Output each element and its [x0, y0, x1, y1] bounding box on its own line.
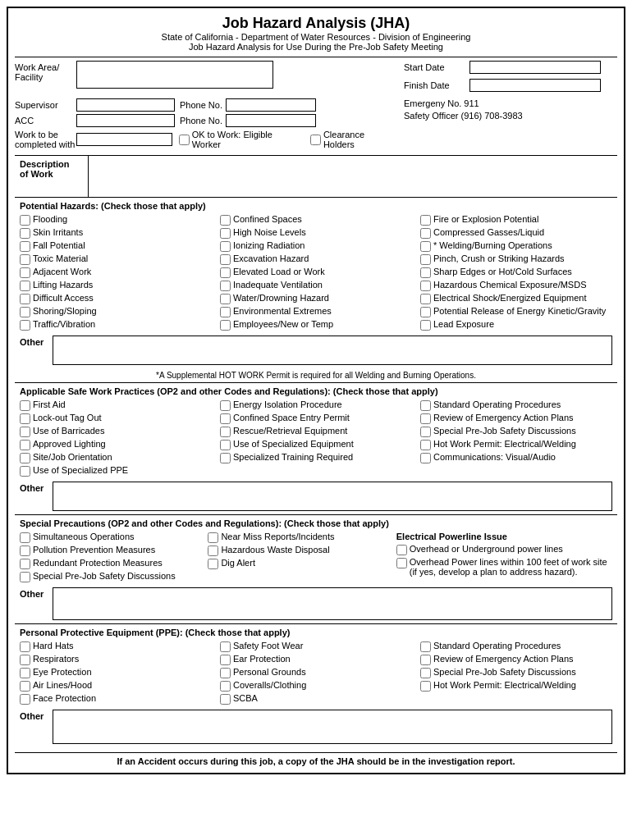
checkbox-pinch,-crush-or-stri[interactable] — [420, 254, 431, 265]
checkbox-skin-irritants[interactable] — [20, 228, 30, 239]
checkbox-standard-operating-p[interactable] — [420, 400, 431, 411]
checkbox-rescue/retrieval-equ[interactable] — [220, 427, 231, 437]
checkbox-inadequate-ventilati[interactable] — [220, 281, 231, 291]
checkbox-ear-protection[interactable] — [220, 655, 231, 665]
check-item: Electrical Shock/Energized Equipment — [420, 293, 612, 304]
checkbox-toxic-material[interactable] — [20, 254, 30, 265]
checkbox-confined-spaces[interactable] — [220, 215, 231, 226]
checkbox-lead-exposure[interactable] — [420, 320, 431, 331]
checkbox-redundant-protection[interactable] — [20, 559, 30, 569]
check-item: Employees/New or Temp — [220, 319, 412, 331]
checkbox-flooding[interactable] — [20, 215, 30, 226]
check-item: Sharp Edges or Hot/Cold Surfaces — [420, 267, 612, 278]
checkbox-difficult-access[interactable] — [20, 294, 30, 304]
checkbox-hard-hats[interactable] — [20, 641, 30, 652]
checkbox-*-welding/burning-op[interactable] — [420, 241, 431, 252]
main-title: Job Hazard Analysis (JHA) — [15, 15, 617, 32]
start-date-input[interactable] — [469, 61, 601, 74]
checkbox-energy-isolation-pro[interactable] — [220, 400, 231, 411]
checkbox-traffic/vibration[interactable] — [20, 320, 30, 331]
checkbox-eye-protection[interactable] — [20, 668, 30, 678]
check-item: Respirators — [20, 654, 212, 665]
checkbox-pollution-prevention[interactable] — [20, 546, 30, 556]
checkbox-special-pre-job-safe[interactable] — [420, 668, 431, 678]
work-area-input[interactable] — [76, 61, 273, 89]
checkbox-scba[interactable] — [220, 694, 231, 705]
checkbox-excavation-hazard[interactable] — [220, 254, 231, 265]
check-item-label: Hazardous Waste Disposal — [221, 545, 329, 555]
checkbox-hot-work-permit:-ele[interactable] — [420, 681, 431, 692]
checkbox-elevated-load-or-wor[interactable] — [220, 267, 231, 278]
checkbox-lifting-hazards[interactable] — [20, 281, 30, 291]
check-item: Specialized Training Required — [220, 452, 412, 463]
ok-to-work-checkbox[interactable] — [179, 135, 190, 145]
hazards-other-label: Other — [20, 336, 53, 347]
checkbox-use-of-specialized-p[interactable] — [20, 466, 30, 477]
special-precautions-other-input[interactable] — [53, 587, 612, 620]
checkbox-sharp-edges-or-hot/c[interactable] — [420, 267, 431, 278]
check-item-label: Communications: Visual/Audio — [433, 452, 556, 462]
checkbox-special-pre-job-safe[interactable] — [420, 427, 431, 437]
phone-input1[interactable] — [226, 98, 316, 112]
checkbox-special-pre-job-safe[interactable] — [20, 572, 30, 582]
description-input[interactable] — [89, 156, 617, 197]
checkbox-confined-space-entry[interactable] — [220, 413, 231, 424]
checkbox-use-of-barricades[interactable] — [20, 427, 30, 437]
checkbox-standard-operating-p[interactable] — [420, 641, 431, 652]
check-item: Overhead Power lines within 100 feet of … — [396, 557, 612, 577]
work-completed-input[interactable] — [76, 133, 172, 146]
check-item: Inadequate Ventilation — [220, 280, 412, 291]
checkbox-hazardous-waste-disp[interactable] — [208, 546, 218, 556]
checkbox-review-of-emergency-[interactable] — [420, 655, 431, 665]
ppe-other-input[interactable] — [53, 710, 612, 744]
checkbox-overhead-or-undergro[interactable] — [396, 545, 407, 555]
checkbox-personal-grounds[interactable] — [220, 668, 231, 678]
checkbox-lock-out-tag-out[interactable] — [20, 413, 30, 424]
checkbox-respirators[interactable] — [20, 655, 30, 665]
checkbox-near-miss-reports/in[interactable] — [208, 532, 218, 543]
checkbox-high-noise-levels[interactable] — [220, 228, 231, 239]
checkbox-site/job-orientation[interactable] — [20, 453, 30, 463]
checkbox-employees/new-or-tem[interactable] — [220, 320, 231, 331]
finish-date-input[interactable] — [469, 79, 601, 92]
checkbox-face-protection[interactable] — [20, 694, 30, 705]
checkbox-adjacent-work[interactable] — [20, 267, 30, 278]
checkbox-water/drowning-hazar[interactable] — [220, 294, 231, 304]
checkbox-ionizing-radiation[interactable] — [220, 241, 231, 252]
checkbox-compressed-gasses/li[interactable] — [420, 228, 431, 239]
checkbox-review-of-emergency-[interactable] — [420, 413, 431, 424]
check-item-label: Environmental Extremes — [233, 306, 332, 316]
checkbox-simultaneous-operati[interactable] — [20, 532, 30, 543]
check-item: Hot Work Permit: Electrical/Welding — [420, 680, 612, 692]
checkbox-approved-lighting[interactable] — [20, 440, 30, 450]
checkbox-air-lines/hood[interactable] — [20, 681, 30, 692]
checkbox-communications:-visu[interactable] — [420, 453, 431, 463]
checkbox-shoring/sloping[interactable] — [20, 307, 30, 317]
checkbox-first-aid[interactable] — [20, 400, 30, 411]
ppe-other-row: Other — [20, 710, 612, 744]
check-item-label: Simultaneous Operations — [33, 532, 135, 541]
checkbox-safety-foot-wear[interactable] — [220, 641, 231, 652]
checkbox-specialized-training[interactable] — [220, 453, 231, 463]
ok-to-work-checkbox-group[interactable]: OK to Work: Eligible Worker — [179, 130, 300, 149]
checkbox-overhead-power-lines[interactable] — [396, 558, 407, 568]
checkbox-hazardous-chemical-e[interactable] — [420, 281, 431, 291]
hazards-other-input[interactable] — [53, 336, 612, 365]
clearance-holders-checkbox-group[interactable]: Clearance Holders — [310, 130, 396, 149]
hazards-col2: Confined SpacesHigh Noise LevelsIonizing… — [220, 214, 412, 332]
clearance-holders-checkbox[interactable] — [310, 135, 321, 145]
phone-input2[interactable] — [226, 114, 316, 127]
checkbox-electrical-shock/ene[interactable] — [420, 294, 431, 304]
checkbox-fire-or-explosion-po[interactable] — [420, 215, 431, 226]
checkbox-hot-work-permit:-ele[interactable] — [420, 440, 431, 450]
special-precautions-col3: Electrical Powerline Issue Overhead or U… — [396, 532, 612, 584]
safe-work-other-input[interactable] — [53, 482, 612, 511]
acc-input[interactable] — [76, 114, 175, 127]
supervisor-input[interactable] — [76, 98, 175, 112]
checkbox-use-of-specialized-e[interactable] — [220, 440, 231, 450]
checkbox-potential-release-of[interactable] — [420, 307, 431, 317]
checkbox-coveralls/clothing[interactable] — [220, 681, 231, 692]
checkbox-environmental-extrem[interactable] — [220, 307, 231, 317]
checkbox-fall-potential[interactable] — [20, 241, 30, 252]
checkbox-dig-alert[interactable] — [208, 559, 218, 569]
